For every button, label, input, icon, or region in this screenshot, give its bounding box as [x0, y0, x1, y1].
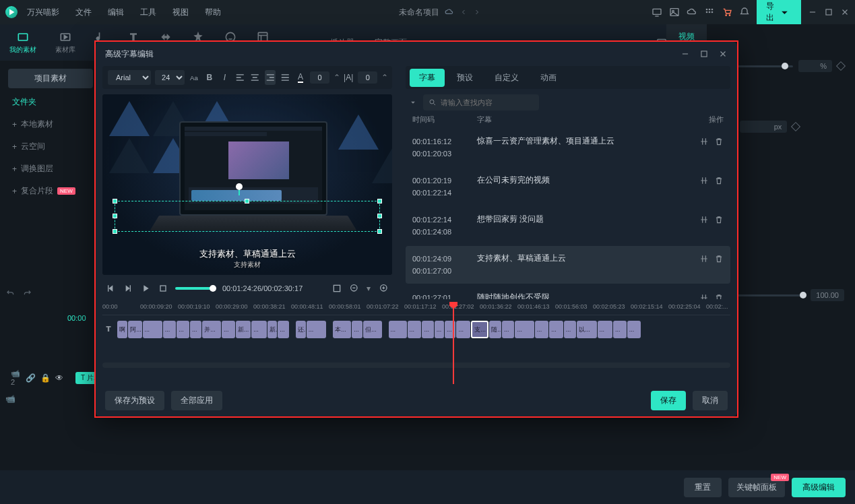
subtitle-row[interactable]: 00:01:27:01 随时随地创作不受限 [406, 285, 730, 299]
subtitle-clip[interactable]: ... [190, 321, 201, 338]
prev-frame-icon[interactable] [105, 283, 116, 294]
row-text[interactable]: 随时随地创作不受限 [477, 292, 689, 299]
sidebar-local[interactable]: +本地素材 [0, 113, 101, 135]
delete-icon[interactable] [714, 254, 724, 263]
subtitle-clip[interactable]: ... [389, 321, 407, 338]
subtitle-clip[interactable]: 新... [267, 321, 278, 338]
tool-my-media[interactable]: 我的素材 [9, 30, 36, 55]
cloud-icon[interactable] [445, 7, 454, 17]
stop-icon[interactable] [158, 283, 168, 294]
subtitle-clip[interactable]: 并... [202, 321, 221, 338]
subtitle-clip[interactable]: ... [352, 321, 362, 338]
track-video2-icon[interactable]: 📹2 [5, 367, 19, 389]
spacing-value[interactable]: 0 [310, 71, 329, 84]
export-button[interactable]: 导出 [757, 0, 801, 26]
subtitle-clip[interactable]: ... [251, 321, 267, 338]
subtitle-clip[interactable]: ... [549, 321, 563, 338]
subtitle-clip[interactable]: 以... [577, 321, 596, 338]
subtitle-clip[interactable]: ... [422, 321, 433, 338]
split-icon[interactable] [699, 137, 709, 146]
row-text[interactable]: 想带回家剪 没问题 [477, 214, 689, 225]
subtitle-row[interactable]: 00:01:20:1900:01:22:14 在公司未剪完的视频 [406, 168, 730, 206]
align-left-icon[interactable] [234, 70, 246, 85]
reset-button[interactable]: 重置 [684, 478, 722, 497]
menu-view[interactable]: 视图 [166, 4, 195, 21]
link-icon[interactable]: 🔗 [26, 373, 34, 383]
font-select[interactable]: Arial [108, 70, 151, 85]
subtitle-row[interactable]: 00:01:16:1200:01:20:03 惊喜一云资产管理素材、项目通通上云 [406, 129, 730, 166]
tab-subtitles[interactable]: 字幕 [410, 69, 445, 87]
subtitle-clip[interactable]: ... [535, 321, 549, 338]
font-size-select[interactable]: 24 [155, 70, 185, 85]
subtitle-clip[interactable]: ... [502, 321, 515, 338]
subtitle-clip[interactable]: ... [435, 321, 444, 338]
close-icon[interactable] [840, 7, 850, 17]
split-icon[interactable] [699, 215, 709, 224]
split-icon[interactable] [699, 293, 709, 299]
modal-maximize-icon[interactable] [699, 49, 709, 59]
subtitle-clip[interactable]: ... [515, 321, 534, 338]
line-height-value[interactable]: 0 [358, 71, 377, 84]
subtitle-search-input[interactable] [423, 94, 539, 111]
row-text[interactable]: 支持素材、草稿通通上云 [477, 253, 689, 264]
tab-animation[interactable]: 动画 [531, 69, 566, 87]
subtitle-clip[interactable]: ... [613, 321, 627, 338]
menu-edit[interactable]: 编辑 [101, 4, 131, 21]
cancel-button[interactable]: 取消 [693, 391, 728, 410]
split-icon[interactable] [699, 176, 709, 185]
crop-icon[interactable] [331, 283, 342, 294]
sidebar-adjust[interactable]: +调换图层 [0, 158, 101, 180]
sidebar-cloud[interactable]: +云空间 [0, 135, 101, 158]
subtitle-clip[interactable]: 本... [333, 321, 351, 338]
row-text[interactable]: 在公司未剪完的视频 [477, 175, 689, 186]
value-pct[interactable]: % [798, 60, 832, 72]
image-icon[interactable] [669, 7, 680, 18]
font-color-icon[interactable]: A [295, 70, 307, 85]
subtitle-clip[interactable]: 新... [236, 321, 251, 338]
cloud-sync-icon[interactable] [687, 7, 697, 18]
align-center-icon[interactable] [249, 70, 261, 85]
apply-all-button[interactable]: 全部应用 [171, 391, 222, 410]
keyframe-diamond-icon[interactable] [836, 61, 846, 71]
menu-tools[interactable]: 工具 [133, 4, 163, 21]
case-icon[interactable]: Aa [189, 70, 200, 85]
subtitle-list[interactable]: 00:01:16:1200:01:20:03 惊喜一云资产管理素材、项目通通上云… [406, 129, 730, 299]
italic-icon[interactable]: I [219, 70, 230, 85]
save-as-preset-button[interactable]: 保存为预设 [105, 391, 164, 410]
keyframe-diamond-icon[interactable] [791, 122, 800, 131]
align-justify-icon[interactable] [280, 70, 291, 85]
subtitle-row[interactable]: 00:01:22:1400:01:24:08 想带回家剪 没问题 [406, 207, 730, 245]
tab-presets[interactable]: 预设 [447, 69, 482, 87]
tool-stock[interactable]: 素材库 [55, 30, 75, 55]
subtitle-clip[interactable]: ... [408, 321, 422, 338]
project-media-button[interactable]: 项目素材 [8, 69, 93, 88]
subtitle-clip[interactable]: ... [627, 321, 641, 338]
subtitle-clip[interactable]: 啊 [117, 321, 127, 338]
opacity-value[interactable]: 100.00 [811, 289, 844, 301]
cart-icon[interactable] [722, 7, 732, 18]
subtitle-row[interactable]: 00:01:24:0900:01:27:00 支持素材、草稿通通上云 [406, 246, 730, 284]
modal-timeline[interactable]: 00:0000:00:09:2000:00:19:1000:00:29:0000… [102, 303, 730, 384]
play-icon[interactable] [140, 283, 151, 294]
track-video1-icon[interactable]: 📹 [5, 394, 13, 404]
delete-icon[interactable] [714, 215, 724, 224]
zoom-out-icon[interactable] [349, 283, 360, 294]
subtitle-clip[interactable]: ... [598, 321, 612, 338]
save-button[interactable]: 保存 [651, 391, 686, 410]
subtitle-clip[interactable]: ... [307, 321, 327, 338]
subtitle-clip[interactable]: 还... [296, 321, 306, 338]
chevron-left-icon[interactable] [460, 8, 468, 16]
delete-icon[interactable] [714, 176, 724, 185]
eye-icon[interactable]: 👁 [55, 373, 63, 383]
next-frame-icon[interactable] [123, 283, 133, 294]
advanced-edit-button[interactable]: 高级编辑 [792, 478, 846, 497]
subtitle-preview[interactable]: 支持素材、草稿通通上云 支持素材 [102, 94, 392, 275]
device-icon[interactable] [652, 7, 662, 18]
sidebar-compound[interactable]: +复合片段NEW [0, 180, 101, 202]
modal-minimize-icon[interactable] [680, 49, 690, 59]
subtitle-clip[interactable]: ... [177, 321, 189, 338]
menu-help[interactable]: 帮助 [198, 4, 228, 21]
subtitle-clip[interactable]: ... [163, 321, 176, 338]
collapse-icon[interactable] [408, 98, 418, 107]
align-right-icon[interactable] [265, 70, 276, 85]
